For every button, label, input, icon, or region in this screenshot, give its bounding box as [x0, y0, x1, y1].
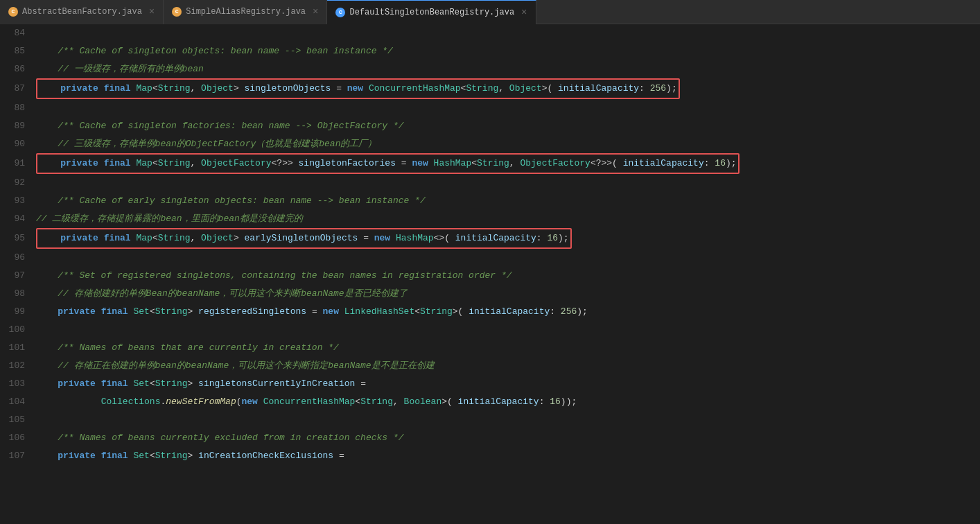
line-code	[36, 249, 980, 267]
line-code: private final Map<String, Object> earlyS…	[36, 228, 980, 249]
line-number: 105	[0, 411, 36, 429]
line-code: /** Set of registered singletons, contai…	[36, 267, 980, 285]
tab-close-button[interactable]: ×	[149, 7, 155, 17]
tab-close-button[interactable]: ×	[313, 7, 318, 17]
line-row: 89 /** Cache of singleton factories: bea…	[0, 117, 980, 135]
line-code: private final Set<String> registeredSing…	[36, 303, 980, 321]
line-row: 90 // 三级缓存，存储单例bean的ObjectFactory（也就是创建该…	[0, 135, 980, 153]
line-number: 98	[0, 285, 36, 303]
editor-area: 84 85 /** Cache of singleton objects: be…	[0, 24, 980, 465]
line-number: 102	[0, 357, 36, 375]
tab-label: DefaultSingletonBeanRegistry.java	[349, 8, 514, 17]
line-row: 97 /** Set of registered singletons, con…	[0, 267, 980, 285]
line-number: 92	[0, 174, 36, 192]
line-number: 97	[0, 267, 36, 285]
line-number: 99	[0, 303, 36, 321]
line-number: 95	[0, 229, 36, 247]
line-row: 103 private final Set<String> singletons…	[0, 375, 980, 393]
tab-label: SimpleAliasRegistry.java	[186, 7, 306, 17]
line-code: Collections.newSetFromMap(new Concurrent…	[36, 393, 980, 411]
line-code: // 一级缓存，存储所有的单例bean	[36, 60, 980, 78]
line-code: /** Cache of singleton objects: bean nam…	[36, 42, 980, 60]
line-row: 98 // 存储创建好的单例Bean的beanName，可以用这个来判断bean…	[0, 285, 980, 303]
line-row: 92	[0, 174, 980, 192]
tab-tab3[interactable]: cDefaultSingletonBeanRegistry.java×	[327, 0, 536, 24]
line-row: 106 /** Names of beans currently exclude…	[0, 429, 980, 447]
line-row: 88	[0, 99, 980, 117]
line-number: 107	[0, 447, 36, 465]
line-row: 107 private final Set<String> inCreation…	[0, 447, 980, 465]
line-code	[36, 174, 980, 192]
line-code: /** Names of beans that are currently in…	[36, 339, 980, 357]
line-row: 100	[0, 321, 980, 339]
line-row: 101 /** Names of beans that are currentl…	[0, 339, 980, 357]
line-number: 88	[0, 99, 36, 117]
tab-tab1[interactable]: cAbstractBeanFactory.java×	[0, 0, 164, 24]
line-code	[36, 99, 980, 117]
tab-close-button[interactable]: ×	[521, 8, 527, 17]
tab-icon: c	[335, 8, 345, 17]
line-number: 100	[0, 321, 36, 339]
tab-label: AbstractBeanFactory.java	[22, 7, 142, 17]
line-code: private final Map<String, Object> single…	[36, 78, 980, 99]
line-row: 104 Collections.newSetFromMap(new Concur…	[0, 393, 980, 411]
line-number: 87	[0, 80, 36, 98]
line-code: // 存储正在创建的单例bean的beanName，可以用这个来判断指定bean…	[36, 357, 980, 375]
tab-tab2[interactable]: cSimpleAliasRegistry.java×	[164, 0, 327, 24]
line-row: 96	[0, 249, 980, 267]
code-area: 84 85 /** Cache of singleton objects: be…	[0, 24, 980, 465]
line-row: 102 // 存储正在创建的单例bean的beanName，可以用这个来判断指定…	[0, 357, 980, 375]
tab-icon: c	[172, 7, 182, 17]
line-code: private final Map<String, ObjectFactory<…	[36, 153, 980, 174]
line-row: 87 private final Map<String, Object> sin…	[0, 78, 980, 99]
line-code: // 三级缓存，存储单例bean的ObjectFactory（也就是创建该bea…	[36, 135, 980, 153]
line-number: 93	[0, 192, 36, 210]
line-row: 86 // 一级缓存，存储所有的单例bean	[0, 60, 980, 78]
line-code: /** Cache of early singleton objects: be…	[36, 192, 980, 210]
line-code	[36, 411, 980, 429]
line-code: /** Names of beans currently excluded fr…	[36, 429, 980, 447]
line-row: 91 private final Map<String, ObjectFacto…	[0, 153, 980, 174]
editor-container: 84 85 /** Cache of singleton objects: be…	[0, 24, 980, 465]
line-number: 89	[0, 117, 36, 135]
line-number: 94	[0, 210, 36, 228]
line-code: private final Set<String> inCreationChec…	[36, 447, 980, 465]
line-row: 105	[0, 411, 980, 429]
line-code: private final Set<String> singletonsCurr…	[36, 375, 980, 393]
line-code: // 存储创建好的单例Bean的beanName，可以用这个来判断beanNam…	[36, 285, 980, 303]
line-number: 101	[0, 339, 36, 357]
line-number: 104	[0, 393, 36, 411]
line-row: 95 private final Map<String, Object> ear…	[0, 228, 980, 249]
line-row: 93 /** Cache of early singleton objects:…	[0, 192, 980, 210]
line-number: 103	[0, 375, 36, 393]
tab-icon: c	[8, 7, 18, 17]
line-row: 99 private final Set<String> registeredS…	[0, 303, 980, 321]
line-number: 85	[0, 42, 36, 60]
line-code: // 二级缓存，存储提前暴露的bean，里面的bean都是没创建完的	[36, 210, 980, 228]
line-number: 96	[0, 249, 36, 267]
line-number: 106	[0, 429, 36, 447]
tabs-bar: cAbstractBeanFactory.java×cSimpleAliasRe…	[0, 0, 980, 24]
line-number: 91	[0, 155, 36, 173]
line-row: 94// 二级缓存，存储提前暴露的bean，里面的bean都是没创建完的	[0, 210, 980, 228]
line-number: 90	[0, 135, 36, 153]
highlighted-code-box: private final Map<String, Object> earlyS…	[36, 228, 572, 249]
line-number: 86	[0, 60, 36, 78]
line-row: 84	[0, 24, 980, 42]
line-code	[36, 321, 980, 339]
highlighted-code-box: private final Map<String, Object> single…	[36, 78, 680, 99]
line-number: 84	[0, 24, 36, 42]
line-code	[36, 24, 980, 42]
highlighted-code-box: private final Map<String, ObjectFactory<…	[36, 153, 740, 174]
line-code: /** Cache of singleton factories: bean n…	[36, 117, 980, 135]
line-row: 85 /** Cache of singleton objects: bean …	[0, 42, 980, 60]
